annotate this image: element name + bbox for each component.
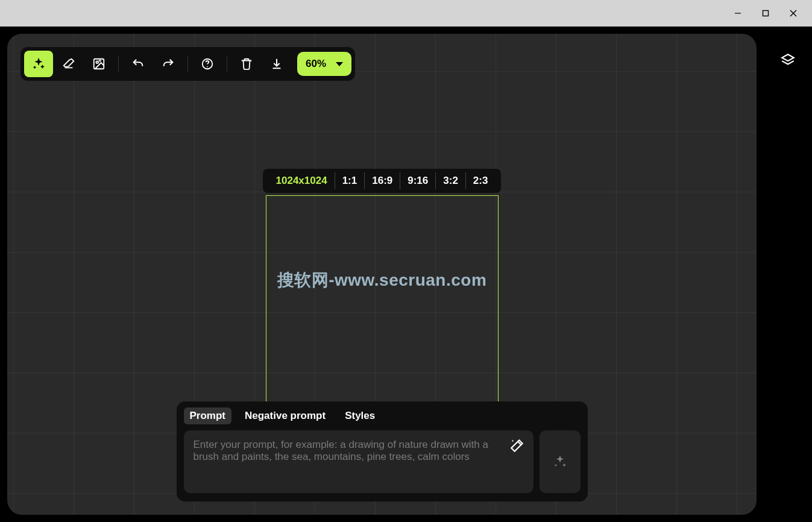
- svg-rect-1: [763, 11, 769, 16]
- zoom-dropdown[interactable]: 60%: [297, 52, 351, 76]
- delete-button[interactable]: [232, 51, 261, 77]
- prompt-tabs: Prompt Negative prompt Styles: [184, 407, 581, 424]
- app-body: 60% 1024x1024 1:1 16:9 9:16 3:2 2:3 搜软网-…: [0, 27, 812, 522]
- image-tool[interactable]: [84, 51, 113, 77]
- ratio-1-1[interactable]: 1:1: [335, 172, 365, 189]
- layers-button[interactable]: [775, 47, 801, 74]
- tab-styles[interactable]: Styles: [339, 407, 381, 424]
- tab-negative-prompt[interactable]: Negative prompt: [239, 407, 332, 424]
- minimize-button[interactable]: [724, 4, 752, 23]
- ratio-9-16[interactable]: 9:16: [400, 172, 436, 189]
- separator: [187, 56, 188, 72]
- ratio-2-3[interactable]: 2:3: [466, 172, 496, 189]
- download-button[interactable]: [262, 51, 291, 77]
- undo-button[interactable]: [124, 51, 153, 77]
- watermark-text: 搜软网-www.secruan.com: [277, 269, 487, 292]
- size-current[interactable]: 1024x1024: [269, 172, 335, 189]
- svg-point-8: [207, 66, 208, 68]
- maximize-button[interactable]: [752, 4, 779, 23]
- redo-button[interactable]: [154, 51, 183, 77]
- magic-wand-button[interactable]: [509, 438, 526, 454]
- generation-frame[interactable]: [266, 195, 499, 428]
- right-rail: [764, 27, 812, 522]
- zoom-value: 60%: [306, 58, 326, 70]
- prompt-panel: Prompt Negative prompt Styles: [177, 401, 588, 502]
- tab-prompt[interactable]: Prompt: [184, 407, 232, 424]
- close-button[interactable]: [779, 4, 807, 23]
- prompt-input-wrap: [184, 430, 533, 493]
- window-controls: [724, 4, 807, 23]
- prompt-textarea[interactable]: [194, 439, 505, 482]
- separator: [227, 56, 227, 72]
- prompt-row: [184, 430, 581, 493]
- sparkle-tool[interactable]: [24, 51, 53, 77]
- canvas-area[interactable]: 60% 1024x1024 1:1 16:9 9:16 3:2 2:3 搜软网-…: [7, 34, 757, 515]
- help-button[interactable]: [193, 51, 222, 77]
- chevron-down-icon: [336, 62, 343, 66]
- titlebar: [0, 0, 812, 27]
- generate-button[interactable]: [540, 430, 581, 493]
- size-bar: 1024x1024 1:1 16:9 9:16 3:2 2:3: [263, 169, 502, 193]
- toolbar: 60%: [20, 47, 355, 81]
- svg-point-6: [96, 61, 98, 63]
- separator: [118, 56, 119, 72]
- ratio-3-2[interactable]: 3:2: [436, 172, 466, 189]
- eraser-tool[interactable]: [54, 51, 83, 77]
- ratio-16-9[interactable]: 16:9: [365, 172, 400, 189]
